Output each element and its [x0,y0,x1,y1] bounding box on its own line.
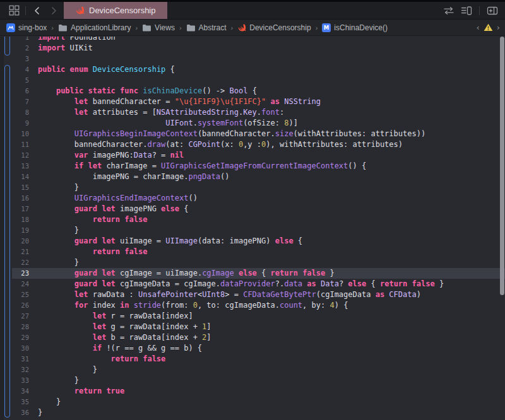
code-line[interactable]: 7 let bannedCharacter = "\u{1F1F9}\u{1F1… [0,96,505,107]
code-line[interactable]: 4public enum DeviceCensorship { [0,64,505,75]
line-number[interactable]: 16 [0,193,29,204]
code-line[interactable]: 8 let attributes = [NSAttributedString.K… [0,107,505,118]
line-number[interactable]: 28 [0,322,29,332]
code-line[interactable]: 27 let r = rawData[index] [0,311,505,322]
code-line[interactable]: 14 imagePNG = charImage.pngData() [0,172,505,182]
code-line[interactable]: 6 public static func isChinaDevice() -> … [0,86,505,96]
code-text: return true [38,386,124,397]
editor-grid-icon[interactable] [6,2,21,19]
code-line[interactable]: 35 } [0,397,505,407]
folder-icon [142,24,152,32]
editor-options-icon[interactable] [459,2,474,19]
code-line[interactable]: 25 let rawData : UnsafePointer<UInt8> = … [0,289,505,300]
code-line[interactable]: 26 for index in stride(from: 0, to: cgIm… [0,300,505,311]
code-text: let attributes = [NSAttributedString.Key… [38,107,284,118]
line-number[interactable]: 11 [0,139,29,150]
line-number[interactable]: 29 [0,332,29,343]
line-number[interactable]: 9 [0,118,29,129]
line-number[interactable]: 10 [0,129,29,139]
code-line[interactable]: 30 if !(r == g && g == b) { [0,343,505,354]
code-line[interactable]: 11 bannedCharacter.draw(at: CGPoint(x: 0… [0,139,505,150]
code-line[interactable]: 5 [0,75,505,86]
line-number[interactable]: 2 [0,43,29,54]
forward-icon[interactable] [46,2,61,19]
code-line[interactable]: 22 } [0,257,505,268]
code-text: public static func isChinaDevice() -> Bo… [38,86,257,96]
code-line[interactable]: 20 guard let uiImage = UIImage(data: ima… [0,236,505,247]
line-number[interactable]: 14 [0,172,29,182]
svg-text:M: M [324,25,329,31]
previous-issue-icon[interactable]: ‹ [477,23,480,32]
line-number[interactable]: 1 [0,37,29,43]
breadcrumb-item-ischinadevice-[interactable]: MisChinaDevice() [322,23,388,32]
code-line[interactable]: 23 guard let cgImage = uiImage.cgImage e… [0,268,505,279]
breadcrumb-item-applicationlibrary[interactable]: ApplicationLibrary [58,23,131,32]
line-number[interactable]: 24 [0,279,29,289]
breadcrumb-item-views[interactable]: Views [142,23,175,32]
line-number[interactable]: 33 [0,375,29,386]
vertical-scrollbar-thumb[interactable] [500,37,504,295]
line-number[interactable]: 12 [0,150,29,161]
code-line[interactable]: 29 let b = rawData[index + 2] [0,332,505,343]
line-number[interactable]: 18 [0,214,29,225]
code-text: UIGraphicsBeginImageContext(bannedCharac… [38,129,425,139]
line-number[interactable]: 3 [0,54,29,64]
code-line[interactable]: 15 } [0,182,505,193]
line-number[interactable]: 34 [0,386,29,397]
line-number[interactable]: 32 [0,365,29,375]
code-editor[interactable]: 1import Foundation2import UIKit34public … [0,37,505,420]
code-line[interactable]: 32 } [0,365,505,375]
code-line[interactable]: 24 guard let cgImageData = cgImage.dataP… [0,279,505,289]
code-text: guard let uiImage = UIImage(data: imageP… [38,236,302,247]
line-number[interactable]: 25 [0,289,29,300]
back-icon[interactable] [30,2,45,19]
code-line[interactable]: 9 UIFont.systemFont(ofSize: 8)] [0,118,505,129]
line-number[interactable]: 35 [0,397,29,407]
breadcrumb-item-devicecensorship[interactable]: DeviceCensorship [237,23,311,32]
code-text: guard let cgImage = uiImage.cgImage else… [38,268,335,279]
line-number[interactable]: 19 [0,225,29,236]
line-number[interactable]: 7 [0,96,29,107]
line-number[interactable]: 36 [0,407,29,418]
line-number[interactable]: 8 [0,107,29,118]
code-line[interactable]: 16 UIGraphicsEndImageContext() [0,193,505,204]
line-number[interactable]: 20 [0,236,29,247]
line-number[interactable]: 27 [0,311,29,322]
line-number[interactable]: 13 [0,161,29,172]
breadcrumb-item-abstract[interactable]: Abstract [186,23,227,32]
breadcrumb-item-sing-box[interactable]: sing-box [6,23,47,32]
code-line[interactable]: 3 [0,54,505,64]
line-number[interactable]: 30 [0,343,29,354]
code-line[interactable]: 19 } [0,225,505,236]
code-review-icon[interactable] [441,2,456,19]
code-line[interactable]: 31 return false [0,354,505,365]
line-number[interactable]: 5 [0,75,29,86]
tab-devicecensorship[interactable]: DeviceCensorship [64,2,167,19]
line-number[interactable]: 22 [0,257,29,268]
code-line[interactable]: 34 return true [0,386,505,397]
code-line[interactable]: 1import Foundation [0,37,505,43]
line-number[interactable]: 6 [0,86,29,96]
code-line[interactable]: 12 var imagePNG:Data? = nil [0,150,505,161]
code-line[interactable]: 13 if let charImage = UIGraphicsGetImage… [0,161,505,172]
code-line[interactable]: 36} [0,407,505,418]
line-number[interactable]: 17 [0,204,29,214]
warning-icon[interactable] [484,23,493,32]
next-issue-icon[interactable]: › [497,23,500,32]
code-line[interactable]: 2import UIKit [0,43,505,54]
line-number[interactable]: 31 [0,354,29,365]
code-line[interactable]: 28 let g = rawData[index + 1] [0,322,505,332]
code-line[interactable]: 33 } [0,375,505,386]
code-text: import Foundation [38,37,116,43]
code-line[interactable]: 17 guard let imagePNG else { [0,204,505,214]
line-number[interactable]: 4 [0,64,29,75]
code-line[interactable]: 21 return false [0,247,505,257]
line-number[interactable]: 21 [0,247,29,257]
tab-bar: DeviceCensorship [0,2,505,20]
code-line[interactable]: 18 return false [0,214,505,225]
line-number[interactable]: 15 [0,182,29,193]
add-editor-icon[interactable] [485,2,500,19]
code-line[interactable]: 10 UIGraphicsBeginImageContext(bannedCha… [0,129,505,139]
line-number[interactable]: 23 [0,268,29,279]
line-number[interactable]: 26 [0,300,29,311]
